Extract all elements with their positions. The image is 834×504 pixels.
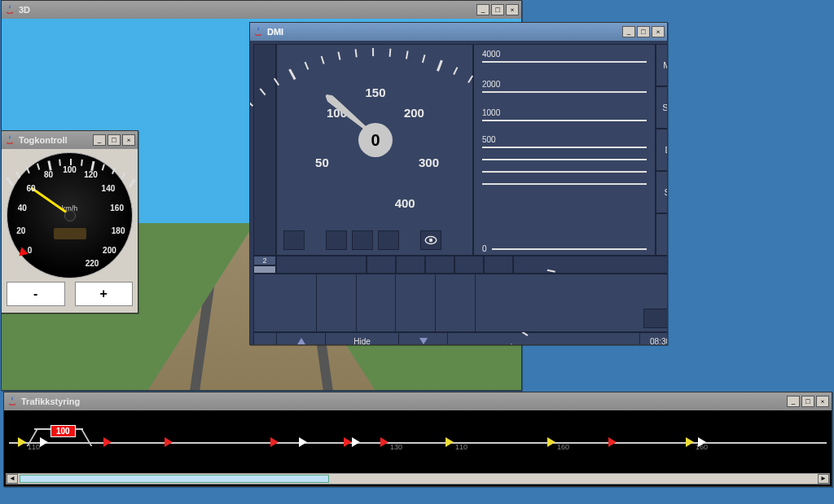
dmi-tick (453, 67, 458, 75)
tick-180: 180 (112, 226, 125, 234)
minimize-button[interactable]: _ (622, 26, 635, 37)
minimize-button[interactable]: _ (787, 396, 800, 407)
tick-100: 100 (63, 164, 77, 173)
dmi-tab-row: 2 (253, 256, 667, 274)
gauge-hub (64, 210, 76, 221)
track-diagram[interactable]: 100 110130110160160 (6, 412, 830, 471)
side-empty (656, 213, 667, 256)
dmi-tick (372, 48, 374, 56)
signal-w[interactable] (352, 437, 360, 447)
signal-label: 160 (557, 443, 569, 451)
hide-button[interactable]: Hide (326, 333, 399, 344)
gauge-lcd (54, 228, 86, 239)
signal-w[interactable] (698, 437, 706, 447)
tick-80: 80 (44, 170, 53, 179)
titlebar-dmi[interactable]: DMI _ □ × (250, 23, 667, 41)
dmi-speed-value: 0 (358, 123, 393, 157)
clock: 08:30:44 (640, 333, 667, 344)
close-button[interactable]: × (652, 26, 665, 37)
signal-r[interactable] (270, 437, 279, 447)
signal-y[interactable] (547, 437, 555, 447)
spec-button[interactable]: Spec (656, 171, 667, 213)
titlebar-trafikkstyring[interactable]: Trafikkstyring _ □ × (4, 392, 832, 410)
increase-button[interactable]: + (75, 282, 134, 306)
dmi-indicator-2 (326, 230, 347, 250)
tick-220: 220 (86, 258, 99, 267)
tick-0: 0 (28, 246, 33, 255)
signal-r[interactable] (344, 437, 352, 447)
scroll-right-button[interactable]: ► (818, 474, 829, 484)
signal-w[interactable] (299, 437, 307, 447)
d-500: 500 (482, 135, 647, 144)
signal-r[interactable] (380, 437, 388, 447)
scroll-left-button[interactable]: ◄ (7, 474, 18, 484)
dmi-tick-400: 400 (395, 195, 415, 209)
signal-y[interactable] (686, 437, 694, 447)
signal-label: 130 (390, 443, 402, 451)
tab-bar[interactable] (253, 265, 276, 274)
title-dmi: DMI (267, 27, 283, 37)
data-button[interactable]: Data (656, 129, 667, 171)
dmi-indicator-1 (283, 230, 305, 250)
dmi-tick (422, 55, 426, 63)
dmi-tick-200: 200 (404, 106, 424, 120)
signal-label: 110 (28, 443, 40, 451)
scroll-up-button[interactable] (277, 333, 326, 344)
signal-y[interactable] (446, 437, 454, 447)
tick-120: 120 (84, 170, 98, 179)
close-button[interactable]: × (506, 4, 519, 15)
signal-y[interactable] (18, 437, 26, 447)
window-togkontroll[interactable]: Togkontroll _ □ × km/h 0 20 40 60 80 100… (1, 130, 138, 313)
close-button[interactable]: × (816, 396, 829, 407)
footer-cell (254, 333, 277, 344)
dmi-indicator-4 (378, 230, 399, 250)
titlebar-3d[interactable]: 3D _ □ × (2, 1, 521, 19)
scroll-thumb[interactable] (20, 475, 329, 483)
mode-button[interactable]: Mode (656, 44, 667, 86)
signal-r[interactable] (165, 437, 173, 447)
togkontroll-panel: km/h 0 20 40 60 80 100 120 140 160 180 2… (2, 149, 138, 313)
minimize-button[interactable]: _ (476, 4, 489, 15)
java-icon (7, 396, 18, 407)
window-trafikkstyring[interactable]: Trafikkstyring _ □ × 100 110130110160160… (3, 392, 832, 487)
dmi-tick (355, 49, 358, 57)
tab-index[interactable]: 2 (253, 256, 276, 265)
dmi-panel: 50 100 150 200 300 400 0 (250, 41, 667, 344)
signal-label: 110 (455, 443, 467, 451)
dmi-distance-scale: 4000 2000 1000 500 0 (473, 44, 656, 256)
titlebar-togkontroll[interactable]: Togkontroll _ □ × (2, 131, 138, 149)
dmi-tick-300: 300 (419, 156, 439, 169)
svg-point-1 (429, 239, 433, 243)
trafikkstyring-panel[interactable]: 100 110130110160160 ◄ ► (4, 410, 832, 486)
dmi-message-area (253, 274, 667, 332)
tick-200: 200 (103, 246, 116, 255)
signal-r[interactable] (608, 437, 617, 447)
dmi-tick-150: 150 (365, 85, 385, 99)
signal-w[interactable] (40, 437, 48, 447)
maximize-button[interactable]: □ (108, 134, 121, 146)
dmi-tick (305, 62, 309, 70)
signal-r[interactable] (103, 437, 112, 447)
window-dmi[interactable]: DMI _ □ × 50 100 150 200 300 400 0 (249, 22, 668, 345)
decrease-button[interactable]: - (7, 282, 65, 306)
train-marker[interactable]: 100 (50, 425, 76, 437)
horizontal-scrollbar[interactable]: ◄ ► (6, 473, 830, 484)
arrow-up-icon (297, 338, 305, 344)
minimize-button[interactable]: _ (93, 134, 106, 146)
maximize-button[interactable]: □ (491, 4, 504, 15)
title-trafikkstyring: Trafikkstyring (21, 397, 80, 406)
dmi-footer: Hide 08:30:44 (253, 332, 667, 344)
tick-40: 40 (18, 204, 27, 213)
suppr-button[interactable]: Suppr (656, 86, 667, 129)
arrow-down-icon (419, 338, 428, 344)
d-2000: 2000 (482, 80, 647, 89)
scroll-down-button[interactable] (399, 333, 448, 344)
maximize-button[interactable]: □ (801, 396, 814, 407)
java-icon (252, 26, 264, 37)
maximize-button[interactable]: □ (637, 26, 650, 37)
dmi-tick (406, 50, 409, 59)
close-button[interactable]: × (122, 134, 135, 146)
title-3d: 3D (19, 5, 30, 15)
dmi-speed-area: 50 100 150 200 300 400 0 (276, 44, 473, 256)
eye-icon (420, 230, 441, 250)
